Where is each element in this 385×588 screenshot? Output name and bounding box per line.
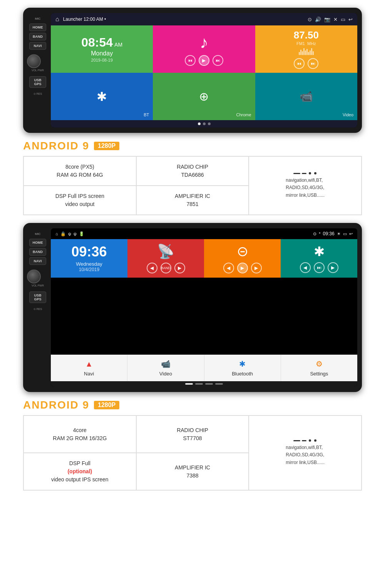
bt-tile-2[interactable]: ✱ ◀ ⏭ ▶	[281, 239, 357, 278]
spec-radio-line2-2: ST7708	[183, 434, 202, 442]
bt-icon-1: ✱	[97, 89, 107, 104]
window-icon-2: ▭	[343, 231, 347, 236]
bt-controls-2: ◀ ⏭ ▶	[300, 262, 338, 273]
spec-radio-line1-1: RADIO CHIP	[177, 163, 208, 171]
radio-wave-1	[299, 47, 314, 55]
bt-tile-1[interactable]: ✱ BT	[51, 73, 153, 120]
window-icon-1: ▭	[341, 17, 345, 22]
clock-time-1: 08:54	[81, 36, 113, 49]
video-tile-1[interactable]: 📹 Video	[255, 73, 357, 120]
bt-status-icon-2: ψ	[74, 231, 77, 236]
bt-next-2[interactable]: ▶	[328, 262, 338, 273]
dot-2-3	[205, 383, 213, 385]
radio-prev-1[interactable]: ⏮	[294, 58, 305, 69]
spec-optional-text-2: (optional)	[67, 468, 92, 474]
band-button-2[interactable]: BAND	[29, 248, 46, 256]
settings-nav-tile-2[interactable]: ⚙ Settings	[281, 355, 357, 381]
dash-icon-2	[293, 440, 300, 441]
navi-button-1[interactable]: NAVI	[29, 42, 46, 50]
music-tile-1[interactable]: ♪ ⏮ ▶ ⏭	[153, 25, 255, 73]
bt-label-1: BT	[144, 112, 149, 117]
android-label-1: ANDROID 9 1280P	[23, 140, 362, 152]
radio-next-2[interactable]: ▶	[174, 263, 185, 273]
dot-1-3	[208, 122, 211, 125]
device-1-buttons: MIC HOME BAND NAVI VOL PWR USBGPS ⊙ RES	[28, 13, 48, 127]
radio-tile-2[interactable]: 📡 ◀ BAND ▶	[127, 239, 204, 278]
spec-cpu-line1-1: 8core (PX5)	[65, 163, 94, 171]
settings-icon-2: ⚙	[316, 359, 323, 369]
video-nav-tile-2[interactable]: 📹 Video	[127, 355, 204, 381]
usb-gps-button-1[interactable]: USBGPS	[29, 76, 46, 88]
status-center-2: ⊙ * 09:36 ☀ ▭ ↩	[313, 231, 353, 236]
location-icon-1: ⊙	[308, 17, 312, 22]
close-icon-1: ✕	[333, 17, 338, 22]
spec-radio-1: RADIO CHIP TDA6686	[136, 156, 249, 186]
navi-label-2: Navi	[84, 371, 94, 377]
usb-gps-button-2[interactable]: USBGPS	[29, 291, 46, 303]
home-button-1[interactable]: HOME	[29, 23, 46, 31]
status-bar-right-1: ⊙ 🔊 📷 ✕ ▭ ↩	[308, 17, 353, 22]
clock-tile-1[interactable]: 08:54 AM Monday 2019-08-19	[51, 25, 153, 73]
dot-icon-1	[309, 172, 311, 174]
dot-icon-2	[309, 439, 311, 442]
spec-cpu-line2-2: RAM 2G ROM 16/32G	[53, 434, 107, 442]
clock-tile-2[interactable]: 09:36 Wednesday 10/4/2019	[51, 239, 127, 278]
music-prev-2[interactable]: ◀	[223, 263, 234, 273]
spec-display-line2-1: video output	[65, 200, 94, 208]
home-button-2[interactable]: HOME	[29, 239, 46, 246]
spec-display-1: DSP Full IPS screen video output	[23, 186, 136, 215]
usb-icon-2: ψ	[68, 231, 71, 236]
location-icon-2: ⊙	[313, 231, 316, 236]
music-next-2[interactable]: ▶	[251, 263, 262, 273]
spec-amp-2: AMPLIFIER IC 7388	[136, 453, 249, 490]
bt-skip-2[interactable]: ⏭	[314, 262, 325, 273]
vol-pwr-label-2: VOL PWR	[32, 284, 44, 287]
navi-button-2[interactable]: NAVI	[29, 257, 46, 265]
band-button-1[interactable]: BAND	[29, 33, 46, 40]
android-label-2: ANDROID 9 1280P	[23, 399, 362, 411]
spec-features-2: navigation,wifi,BT, RADIO,SD,4G/3G, mirr…	[249, 415, 362, 490]
back-icon-2[interactable]: ↩	[349, 231, 353, 236]
home-icon-1[interactable]: ⌂	[55, 16, 59, 23]
spec-cpu-1: 8core (PX5) RAM 4G ROM 64G	[23, 156, 136, 186]
navi-nav-tile-2[interactable]: ▲ Navi	[51, 355, 127, 381]
res-label-1: ⊙ RES	[33, 92, 42, 95]
clock-date-2: 10/4/2019	[79, 267, 99, 272]
device-1-screen: ⌂ Launcher 12:00 AM • ⊙ 🔊 📷 ✕ ▭ ↩	[51, 13, 357, 127]
prev-btn-1[interactable]: ⏮	[185, 55, 196, 66]
spec-features-text-1: navigation,wifi,BT, RADIO,SD,4G/3G, mirr…	[286, 177, 325, 199]
back-icon-1[interactable]: ↩	[348, 17, 353, 22]
device-2-outer: MIC HOME BAND NAVI VOL PWR USBGPS ⊙ RES …	[23, 223, 362, 392]
music-icon-1: ♪	[200, 33, 208, 52]
time-2: 09:36	[323, 231, 335, 236]
radio-controls-1: ⏮ ⏭	[294, 58, 318, 69]
bt-prev-2[interactable]: ◀	[300, 262, 311, 273]
radio-tile-1[interactable]: 87.50 FM1 MHz	[255, 25, 357, 73]
status-icons-left-2: ⌂ 🔒 ψ ψ 🔋	[55, 231, 84, 236]
specs-grid-2: 4core RAM 2G ROM 16/32G RADIO CHIP ST770…	[23, 415, 362, 491]
spec-display-line1-1: DSP Full IPS screen	[55, 192, 104, 200]
dot2-icon-2	[314, 439, 316, 442]
status-bar-1: ⌂ Launcher 12:00 AM • ⊙ 🔊 📷 ✕ ▭ ↩	[51, 13, 357, 25]
play-btn-1[interactable]: ▶	[199, 55, 209, 66]
music-tile-2[interactable]: ⊝ ◀ ▶ ▶	[204, 239, 281, 278]
status-bar-left-1: ⌂ Launcher 12:00 AM •	[55, 16, 106, 23]
vol-knob-2[interactable]	[27, 270, 41, 283]
radio-prev-2[interactable]: ◀	[147, 263, 157, 273]
music-controls-1: ⏮ ▶ ⏭	[185, 55, 223, 66]
dash2-icon-2	[302, 440, 306, 441]
radio-next-1[interactable]: ⏭	[308, 58, 318, 69]
brightness-icon-2: ☀	[337, 231, 341, 236]
clock-day-1: Monday	[91, 50, 113, 57]
music-play-2[interactable]: ▶	[237, 263, 248, 273]
chrome-tile-1[interactable]: ⊕ Chrome	[153, 73, 255, 120]
clock-ampm-1: AM	[114, 42, 122, 48]
android-title-1: ANDROID 9	[23, 140, 89, 152]
dot-2-4	[215, 383, 223, 385]
vol-knob-1[interactable]	[27, 54, 41, 68]
bt-nav-tile-2[interactable]: ✱ Bluetooth	[204, 355, 281, 381]
band-btn-2[interactable]: BAND	[161, 263, 171, 273]
next-btn-1[interactable]: ⏭	[213, 55, 223, 66]
app-grid-2: 09:36 Wednesday 10/4/2019 📡 ◀ BAND ▶	[51, 239, 357, 355]
res-label-2: ⊙ RES	[33, 308, 42, 311]
